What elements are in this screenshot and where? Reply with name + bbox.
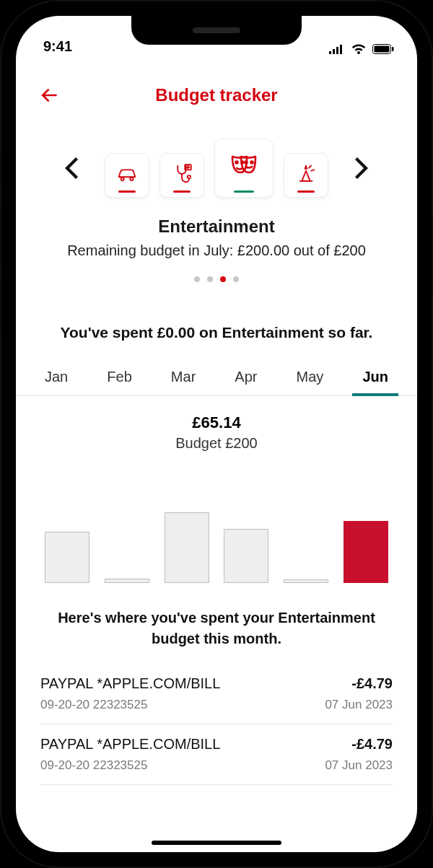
category-carousel: [16, 118, 417, 202]
chart-bar: [105, 579, 149, 583]
chart-amount: £65.14: [45, 413, 388, 432]
svg-point-11: [236, 162, 238, 164]
spend-summary: You've spent £0.00 on Entertainment so f…: [16, 324, 417, 341]
month-tab-jan[interactable]: Jan: [40, 363, 72, 395]
cellular-icon: [329, 44, 345, 54]
svg-rect-1: [333, 49, 335, 54]
svg-point-7: [121, 177, 124, 180]
chart-bar: [284, 579, 328, 583]
svg-point-12: [242, 162, 244, 164]
transport-icon: [115, 162, 139, 189]
carousel-dot[interactable]: [207, 276, 213, 282]
wifi-icon: [351, 43, 367, 55]
carousel-dot[interactable]: [220, 276, 226, 282]
svg-rect-2: [336, 47, 338, 54]
transaction-row[interactable]: PAYPAL *APPLE.COM/BILL-£4.7909-20-20 223…: [40, 664, 393, 724]
chevron-left-icon: [64, 157, 79, 179]
celebration-icon: [294, 162, 318, 189]
svg-rect-6: [392, 47, 394, 51]
chart-bar: [224, 529, 268, 583]
transactions-heading: Here's where you've spent your Entertain…: [16, 608, 417, 649]
chart-subtitle: Budget £200: [45, 435, 388, 452]
tx-meta-left: 09-20-20 22323525: [40, 698, 147, 712]
entertainment-icon: [227, 149, 261, 187]
page-title: Budget tracker: [65, 85, 400, 105]
transaction-row[interactable]: PAYPAL *APPLE.COM/BILL-£4.7909-20-20 223…: [40, 724, 393, 785]
status-time: 9:41: [39, 38, 72, 55]
tx-date: 07 Jun 2023: [325, 758, 393, 773]
svg-rect-3: [340, 45, 342, 54]
month-tabs: JanFebMarAprMayJun: [16, 341, 417, 396]
tx-date: 07 Jun 2023: [325, 698, 393, 712]
svg-point-8: [130, 177, 133, 180]
back-arrow-icon: [38, 84, 61, 107]
tx-merchant: PAYPAL *APPLE.COM/BILL: [40, 736, 220, 753]
back-button[interactable]: [33, 79, 65, 111]
chart-bar: [45, 532, 89, 583]
category-entertainment[interactable]: [214, 139, 274, 198]
tx-meta-left: 09-20-20 22323525: [40, 758, 147, 773]
category-subtitle: Remaining budget in July: £200.00 out of…: [16, 242, 417, 259]
carousel-next[interactable]: [346, 152, 377, 184]
category-health[interactable]: [159, 153, 204, 198]
status-icons: [329, 43, 394, 55]
month-tab-apr[interactable]: Apr: [230, 363, 261, 395]
tx-amount: -£4.79: [351, 736, 393, 753]
chevron-right-icon: [354, 157, 369, 179]
chart-bar: [165, 512, 209, 583]
carousel-dot[interactable]: [194, 276, 200, 282]
month-tab-feb[interactable]: Feb: [102, 363, 136, 395]
category-celebration[interactable]: [284, 153, 328, 198]
svg-point-9: [188, 175, 191, 178]
tx-amount: -£4.79: [351, 675, 393, 692]
transaction-list: PAYPAL *APPLE.COM/BILL-£4.7909-20-20 223…: [16, 649, 417, 785]
battery-icon: [372, 44, 394, 54]
month-tab-jun[interactable]: Jun: [358, 363, 393, 395]
carousel-prev[interactable]: [56, 152, 87, 184]
svg-rect-0: [329, 51, 331, 54]
category-transport[interactable]: [105, 153, 149, 198]
bar-chart: [45, 468, 388, 583]
category-title: Entertainment: [16, 216, 417, 237]
tx-merchant: PAYPAL *APPLE.COM/BILL: [40, 675, 220, 692]
home-indicator: [152, 841, 281, 845]
svg-rect-5: [375, 46, 390, 53]
carousel-dot[interactable]: [233, 276, 239, 282]
month-tab-may[interactable]: May: [292, 363, 328, 395]
carousel-dots: [16, 276, 417, 282]
svg-point-14: [251, 162, 253, 164]
health-icon: [170, 162, 194, 189]
chart-bar: [344, 521, 388, 583]
svg-point-13: [245, 162, 248, 164]
month-tab-mar[interactable]: Mar: [167, 363, 200, 395]
